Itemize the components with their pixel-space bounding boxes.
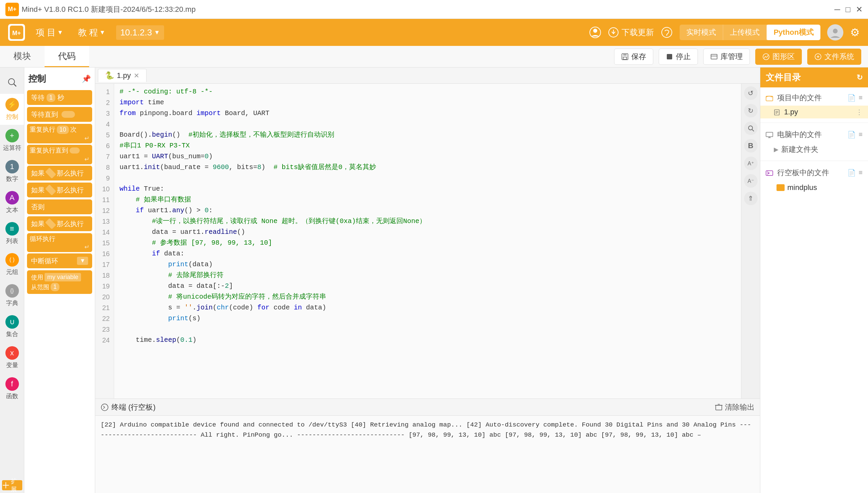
sidebar-item-function[interactable]: f 函数 (0, 373, 24, 404)
project-files-menu-icon[interactable]: ≡ (859, 94, 863, 102)
line-numbers: 12345 678910 1112131415 1617181920 21222… (95, 84, 114, 399)
filesystem-button[interactable]: 文件系统 (807, 49, 861, 65)
sidebar-item-text[interactable]: A 文本 (0, 187, 24, 218)
close-button[interactable]: ✕ (856, 5, 863, 14)
user-avatar[interactable] (827, 24, 843, 41)
save-button[interactable]: 保存 (614, 49, 653, 65)
svg-point-18 (8, 79, 15, 85)
main-layout: ⚡ 控制 + 运算符 1 数字 A 文本 ≡ 列表 ( ) 元组 {} 字典 ∪ (0, 67, 868, 493)
svg-point-38 (768, 172, 769, 174)
graph-button[interactable]: 图形区 (755, 49, 802, 65)
tutorial-menu-button[interactable]: 教 程 ▼ (74, 25, 109, 41)
second-toolbar: 模块 代码 保存 停止 库管理 图形区 文件系统 (0, 46, 868, 67)
sidebar-item-number[interactable]: 1 数字 (0, 156, 24, 187)
block-if-then-2[interactable]: 如果 那么执行 (27, 183, 92, 197)
search-icon-button[interactable] (5, 73, 19, 94)
text-icon: A (5, 191, 19, 205)
refresh-icon[interactable]: ↻ (856, 73, 863, 82)
code-editor-body: 12345 678910 1112131415 1617181920 21222… (95, 84, 760, 399)
file-icon: 🐍 (105, 71, 114, 80)
block-repeat-until[interactable]: 重复执行直到 ↵ (27, 145, 92, 164)
block-wait[interactable]: 等待 1 秒 (27, 90, 92, 105)
block-use-variable[interactable]: 使用 my variable 从范围 1 (27, 270, 92, 294)
scroll-top-icon-button[interactable]: ⇑ (744, 192, 758, 205)
file-item-1py[interactable]: 1.py ⋮ (760, 106, 868, 119)
undo-icon-button[interactable]: ↺ (744, 86, 758, 100)
right-panel: 文件目录 ↻ 项目中的文件 📄 ≡ 1.py ⋮ (760, 67, 868, 493)
set-icon: ∪ (5, 315, 19, 329)
user-icon-button[interactable] (589, 26, 601, 39)
version-button[interactable]: 10.1.2.3 ▼ (116, 25, 164, 40)
top-toolbar: M+ 项 目 ▼ 教 程 ▼ 10.1.2.3 ▼ 下载更新 实时模式 上传模式… (0, 19, 868, 46)
board-files-header[interactable]: 行空板中的文件 📄 ≡ (760, 165, 868, 180)
computer-files-menu-icon[interactable]: ≡ (859, 131, 863, 139)
project-menu-button[interactable]: 项 目 ▼ (32, 25, 67, 41)
feedback-icon-button[interactable] (661, 26, 673, 39)
computer-files-doc-icon[interactable]: 📄 (847, 131, 856, 139)
file-more-icon[interactable]: ⋮ (856, 108, 863, 116)
svg-rect-25 (716, 405, 722, 410)
code-content[interactable]: # -*- coding: utf-8 -*- import time from… (114, 84, 741, 399)
list-icon: ≡ (5, 222, 19, 236)
mindplus-folder-item[interactable]: mindplus (760, 180, 868, 195)
tuple-icon: ( ) (5, 253, 19, 266)
sidebar-item-variable[interactable]: x 变量 (0, 342, 24, 373)
sidebar-item-dict[interactable]: {} 字典 (0, 280, 24, 311)
svg-text:M+: M+ (12, 30, 21, 37)
title-bar: M+ Mind+ V1.8.0 RC1.0 新建项目-2024/6/5-12:3… (0, 0, 868, 19)
font-decrease-icon-button[interactable]: A⁻ (744, 174, 758, 188)
maximize-button[interactable]: □ (846, 5, 851, 14)
window-controls[interactable]: ─ □ ✕ (834, 5, 863, 14)
logo-icon: M+ (8, 24, 25, 41)
sidebar-item-set[interactable]: ∪ 集合 (0, 311, 24, 342)
svg-line-19 (14, 84, 16, 86)
expand-button[interactable]: 扩展 (2, 480, 22, 490)
svg-point-22 (748, 126, 753, 130)
tab-blocks[interactable]: 模块 (0, 46, 45, 67)
sidebar-item-tuple[interactable]: ( ) 元组 (0, 249, 24, 280)
block-loop[interactable]: 循环执行 ↵ (27, 233, 92, 252)
settings-icon-button[interactable]: ⚙ (850, 26, 860, 39)
block-else[interactable]: 否则 (27, 199, 92, 214)
svg-point-7 (833, 29, 838, 34)
minimize-button[interactable]: ─ (834, 5, 840, 14)
board-files-doc-icon[interactable]: 📄 (847, 169, 856, 177)
code-sidebar-icons: ↺ ↻ B A⁺ A⁻ ⇑ (741, 84, 760, 399)
close-tab-button[interactable]: ✕ (134, 71, 140, 80)
file-directory-header: 文件目录 ↻ (760, 67, 868, 87)
font-increase-icon-button[interactable]: A⁺ (744, 156, 758, 170)
terminal-content: [22] Arduino compatible device found and… (95, 416, 760, 493)
python-mode-button[interactable]: Python模式 (767, 25, 820, 40)
mindplus-folder-icon (777, 184, 785, 191)
sidebar-item-operator[interactable]: + 运算符 (0, 125, 24, 156)
sidebar-item-control[interactable]: ⚡ 控制 (0, 94, 24, 125)
project-files-doc-icon[interactable]: 📄 (847, 94, 856, 102)
second-toolbar-right: 保存 停止 库管理 图形区 文件系统 (614, 49, 868, 65)
block-break-loop[interactable]: 中断循环 ▼ (27, 253, 92, 268)
stop-button[interactable]: 停止 (659, 49, 698, 65)
clear-output-button[interactable]: 清除输出 (715, 402, 755, 412)
search-code-icon-button[interactable] (744, 122, 758, 135)
block-if-then-3[interactable]: 如果 那么执行 (27, 216, 92, 231)
sidebar-item-list[interactable]: ≡ 列表 (0, 218, 24, 249)
realtime-mode-button[interactable]: 实时模式 (680, 25, 723, 40)
computer-files-header[interactable]: 电脑中的文件 📄 ≡ (760, 127, 868, 143)
upload-mode-button[interactable]: 上传模式 (723, 25, 767, 40)
code-tab-1py[interactable]: 🐍 1.py ✕ (98, 69, 147, 82)
library-button[interactable]: 库管理 (703, 49, 750, 65)
new-folder-item[interactable]: ▶ 新建文件夹 (760, 143, 868, 156)
tab-code[interactable]: 代码 (45, 46, 89, 67)
redo-icon-button[interactable]: ↻ (744, 104, 758, 117)
bold-icon-button[interactable]: B (744, 139, 758, 152)
operator-icon: + (5, 129, 19, 143)
pin-icon[interactable]: 📌 (82, 74, 91, 83)
block-wait-until[interactable]: 等待直到 (27, 107, 92, 122)
svg-rect-12 (711, 54, 717, 59)
block-if-then[interactable]: 如果 那么执行 (27, 166, 92, 180)
project-files-header[interactable]: 项目中的文件 📄 ≡ (760, 90, 868, 106)
svg-line-23 (752, 130, 754, 131)
terminal-header: 终端 (行空板) 清除输出 (95, 399, 760, 416)
board-files-menu-icon[interactable]: ≡ (859, 169, 863, 177)
block-repeat-n[interactable]: 重复执行 10 次 ↵ (27, 124, 92, 144)
download-update-button[interactable]: 下载更新 (608, 27, 654, 38)
